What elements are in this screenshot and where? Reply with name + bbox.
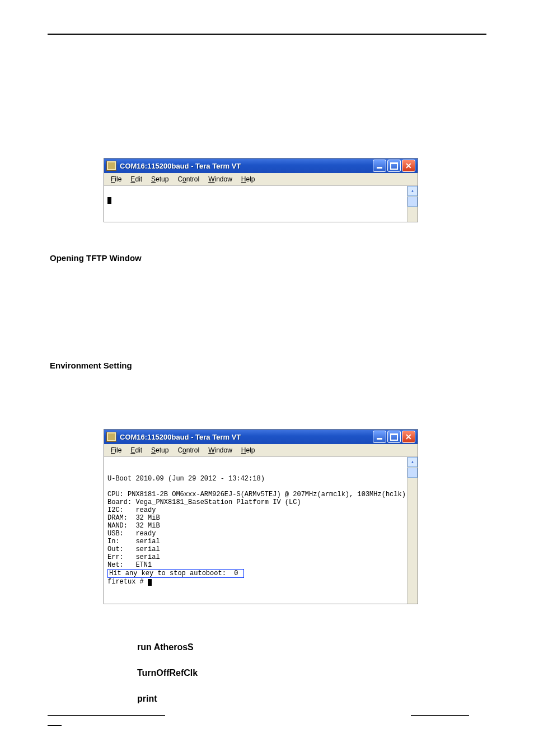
close-button[interactable]: ✕ — [402, 431, 415, 443]
menu-file[interactable]: File — [106, 174, 126, 184]
scroll-up-button[interactable]: ▴ — [407, 186, 418, 196]
menu-file[interactable]: File — [106, 445, 126, 455]
term-line: DRAM: 32 MiB — [107, 514, 160, 522]
menu-edit-label: dit — [135, 446, 142, 454]
menu-file-label: ile — [115, 446, 121, 454]
page-top-rule — [48, 34, 486, 35]
menu-window-label: indow — [214, 446, 232, 454]
menu-help-label: elp — [246, 175, 255, 183]
maximize-button[interactable] — [387, 160, 401, 172]
section-heading-tftp: Opening TFTP Window — [50, 253, 486, 263]
teraterm-window-1: COM16:115200baud - Tera Term VT ✕ File E… — [104, 158, 418, 222]
scrollbar[interactable]: ▴ — [407, 457, 418, 604]
menu-window[interactable]: Window — [204, 174, 237, 184]
menu-window-label: indow — [214, 175, 232, 183]
minimize-icon — [377, 438, 382, 440]
term-line: In: serial — [107, 538, 160, 545]
maximize-button[interactable] — [387, 431, 401, 443]
titlebar[interactable]: COM16:115200baud - Tera Term VT ✕ — [104, 158, 418, 173]
menu-bar: File Edit Setup Control Window Help — [104, 444, 418, 457]
menu-setup-label: etup — [156, 446, 168, 454]
term-prompt: firetux # — [107, 578, 148, 586]
menu-window[interactable]: Window — [204, 445, 237, 455]
term-line: Net: ETN1 — [107, 561, 152, 569]
close-button[interactable]: ✕ — [402, 160, 415, 172]
command-text: run AtherosS — [137, 642, 486, 652]
teraterm-window-2: COM16:115200baud - Tera Term VT ✕ File E… — [104, 429, 418, 604]
term-line: USB: ready — [107, 530, 156, 538]
cursor — [107, 197, 111, 204]
window-title: COM16:115200baud - Tera Term VT — [120, 162, 373, 170]
terminal-body[interactable]: ▴ — [104, 186, 418, 222]
menu-file-label: ile — [115, 175, 121, 183]
menu-edit-label: dit — [135, 175, 142, 183]
scrollbar[interactable]: ▴ — [407, 186, 418, 222]
scroll-up-icon: ▴ — [411, 458, 414, 466]
minimize-button[interactable] — [373, 160, 386, 172]
menu-setup-label: etup — [156, 175, 168, 183]
menu-edit[interactable]: Edit — [126, 445, 147, 455]
titlebar[interactable]: COM16:115200baud - Tera Term VT ✕ — [104, 430, 418, 444]
menu-bar: File Edit Setup Control Window Help — [104, 173, 418, 186]
term-line: CPU: PNX8181-2B OM6xxx-ARM926EJ-S(ARMv5T… — [107, 491, 406, 498]
close-icon: ✕ — [405, 162, 412, 170]
term-line: Err: serial — [107, 553, 160, 561]
app-icon — [106, 161, 116, 171]
menu-control-label: ntrol — [186, 446, 199, 454]
menu-help[interactable]: Help — [237, 174, 260, 184]
menu-help[interactable]: Help — [237, 445, 260, 455]
menu-setup[interactable]: Setup — [147, 174, 173, 184]
window-title: COM16:115200baud - Tera Term VT — [120, 433, 373, 441]
scroll-up-icon: ▴ — [411, 187, 414, 195]
menu-control-label: ntrol — [186, 175, 199, 183]
app-icon — [106, 432, 116, 442]
scroll-thumb[interactable] — [407, 468, 418, 478]
cursor — [148, 579, 152, 586]
minimize-button[interactable] — [373, 431, 386, 443]
term-line: NAND: 32 MiB — [107, 522, 160, 530]
menu-control[interactable]: Control — [173, 445, 204, 455]
menu-control[interactable]: Control — [173, 174, 204, 184]
highlighted-line: Hit any key to stop autoboot: 0 — [107, 569, 244, 578]
section-heading-env: Environment Setting — [50, 361, 486, 370]
menu-edit[interactable]: Edit — [126, 174, 147, 184]
command-text: TurnOffRefClk — [137, 668, 486, 678]
page-bottom-rule — [48, 715, 486, 717]
term-line: U-Boot 2010.09 (Jun 29 2012 - 13:42:18) — [107, 475, 265, 483]
scroll-thumb[interactable] — [407, 197, 418, 207]
maximize-icon — [390, 433, 398, 441]
minimize-icon — [377, 167, 382, 169]
term-line: I2C: ready — [107, 506, 156, 514]
term-line: Board: Vega_PNX8181_BaseStation Platform… — [107, 498, 301, 506]
term-line: Out: serial — [107, 545, 160, 553]
terminal-body[interactable]: U-Boot 2010.09 (Jun 29 2012 - 13:42:18) … — [104, 457, 418, 604]
scroll-up-button[interactable]: ▴ — [407, 457, 418, 467]
maximize-icon — [390, 162, 398, 170]
menu-setup[interactable]: Setup — [147, 445, 173, 455]
menu-help-label: elp — [246, 446, 255, 454]
close-icon: ✕ — [405, 433, 412, 441]
command-text: print — [137, 694, 486, 704]
